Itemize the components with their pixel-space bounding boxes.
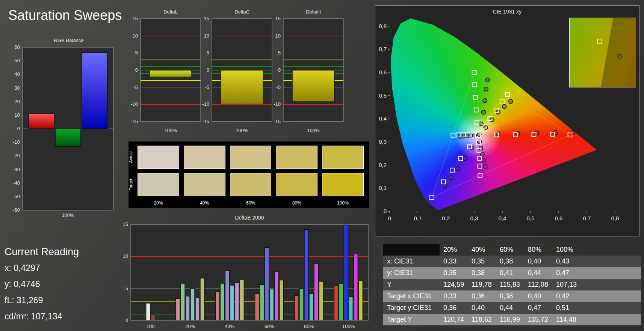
bar — [260, 284, 264, 320]
svg-text:0,1: 0,1 — [414, 215, 422, 221]
svg-text:-60: -60 — [13, 207, 20, 213]
swatch-grid: 20%40%60%80%100% — [137, 141, 369, 208]
svg-text:0: 0 — [17, 126, 20, 131]
bar — [358, 281, 363, 320]
table-row: Y124,59119,78115,83112,08107,13 — [383, 279, 641, 290]
cie-1931-panel: CIE 1931 xy 00,10,20,30,40,50,60,70,800,… — [375, 5, 639, 236]
swatch-actual-80% — [276, 146, 317, 169]
table-cell: 118,62 — [468, 314, 496, 325]
svg-text:-20: -20 — [13, 153, 20, 158]
svg-text:15: 15 — [133, 16, 138, 21]
bar — [309, 293, 313, 320]
svg-text:60%: 60% — [265, 323, 274, 329]
svg-text:100%: 100% — [307, 128, 320, 133]
inset-target-square — [597, 39, 602, 44]
current-reading-block: Current Reading x: 0,4297 y: 0,4746 fL: … — [5, 246, 79, 328]
svg-text:20%: 20% — [185, 323, 195, 329]
table-cell: 116,99 — [496, 314, 524, 325]
table-cell: 124,59 — [440, 279, 468, 290]
svg-text:-15: -15 — [274, 119, 281, 124]
bar — [146, 303, 150, 320]
svg-text:0: 0 — [388, 215, 391, 221]
current-reading-heading: Current Reading — [5, 246, 79, 258]
table-row: Target Y120,74118,62116,99115,72114,48 — [383, 314, 641, 325]
bar — [186, 296, 190, 320]
bar — [265, 247, 269, 320]
bar — [304, 230, 308, 320]
table-cell: 0,38 — [496, 290, 524, 302]
table-cell: 0,40 — [524, 256, 552, 267]
table-cell: 114,48 — [552, 314, 581, 325]
deltae2000-chart: 05101510020%40%60%80%100% — [117, 222, 369, 331]
table-cell: 0,36 — [468, 290, 496, 302]
bar — [221, 70, 263, 104]
bar — [240, 280, 244, 320]
svg-text:0,4: 0,4 — [499, 215, 506, 221]
table-cell: 0,40 — [524, 290, 552, 302]
page-title: Saturation Sweeps — [8, 8, 122, 23]
svg-text:5: 5 — [207, 50, 209, 56]
inset-measured-circle — [617, 54, 622, 59]
svg-text:0: 0 — [278, 67, 281, 73]
swatch-col-label: 60% — [230, 200, 272, 207]
svg-text:10: 10 — [275, 33, 281, 39]
table-cell: 0,51 — [552, 302, 581, 314]
bar — [334, 286, 338, 320]
current-reading-cdm2: cd/m²: 107,134 — [5, 311, 79, 322]
table-cell: 119,78 — [468, 279, 496, 290]
table-cell: 0,33 — [440, 256, 468, 267]
svg-text:-15: -15 — [202, 119, 209, 124]
table-cell: 0,40 — [468, 302, 496, 314]
bar — [215, 292, 219, 320]
bar — [314, 263, 318, 320]
svg-text:40%: 40% — [225, 323, 234, 329]
table-cell-filler — [581, 290, 641, 302]
svg-text:-10: -10 — [131, 101, 138, 107]
bar — [349, 297, 353, 320]
svg-text:100: 100 — [147, 323, 155, 329]
svg-text:5: 5 — [135, 50, 138, 56]
bar — [151, 315, 155, 320]
table-cell: 0,44 — [496, 302, 524, 314]
swatch-target-80% — [276, 173, 317, 196]
swatch-target-40% — [184, 173, 225, 196]
deltah-title: DeltaH — [283, 9, 343, 15]
current-reading-y: y: 0,4746 — [5, 279, 79, 289]
bar — [319, 281, 323, 320]
deltac-chart: -15-10-5051015100% — [195, 16, 275, 135]
svg-text:0: 0 — [135, 67, 138, 73]
deltah-chart: -15-10-5051015100% — [267, 16, 346, 135]
table-cell: 115,72 — [524, 314, 552, 325]
table-row: Target y:CIE310,360,400,440,470,51 — [383, 302, 641, 314]
swatch-target-100% — [322, 173, 364, 196]
table-header-20%: 20% — [440, 244, 468, 256]
swatch-comparison-panel: Actual Target 20%40%60%80%100% — [128, 141, 369, 208]
table-row-label: y: CIE31 — [383, 267, 440, 279]
rgb-balance-chart: -60-50-40-30-20-100102030405060100% — [6, 44, 116, 220]
svg-text:0,2: 0,2 — [442, 215, 450, 221]
table-cell: 0,47 — [524, 302, 552, 314]
table-cell: 115,83 — [496, 279, 524, 290]
bar — [275, 272, 279, 320]
svg-text:0,5: 0,5 — [379, 92, 387, 99]
svg-text:0,3: 0,3 — [470, 215, 478, 221]
svg-text:-5: -5 — [205, 84, 209, 90]
bar — [295, 295, 299, 320]
target-row-label: Target — [128, 173, 137, 196]
table-cell: 107,13 — [552, 279, 581, 290]
measurement-table: 20%40%60%80%100%x: CIE310,330,350,380,40… — [383, 244, 641, 325]
bar — [225, 271, 229, 320]
cie-title: CIE 1931 xy — [375, 9, 639, 15]
svg-text:0,8: 0,8 — [379, 23, 387, 29]
bar — [176, 299, 180, 320]
table-cell: 0,41 — [496, 267, 524, 279]
svg-text:0,8: 0,8 — [611, 215, 619, 221]
svg-text:30: 30 — [15, 85, 20, 91]
table-header-40%: 40% — [468, 244, 496, 256]
bar — [299, 289, 304, 320]
table-cell: 0,42 — [552, 290, 581, 302]
table-header-60%: 60% — [496, 244, 524, 256]
bar — [29, 114, 54, 129]
table-cell: 0,38 — [496, 256, 524, 267]
bar — [354, 254, 358, 320]
